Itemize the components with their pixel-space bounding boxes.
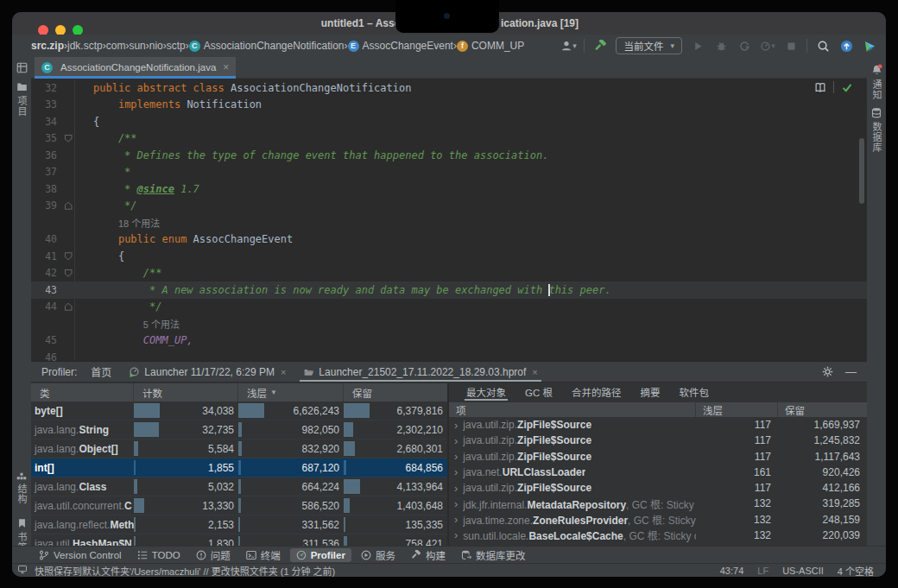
- expand-chevron-icon[interactable]: ›: [454, 528, 458, 541]
- file-encoding[interactable]: US-ASCII: [782, 566, 824, 576]
- breadcrumb-item-AssocChangeEvent[interactable]: EAssocChangeEvent: [348, 40, 453, 52]
- breadcrumb-item-AssociationChangeNotification[interactable]: CAssociationChangeNotification: [189, 40, 345, 52]
- biggest-object-row[interactable]: ›sun.util.locale.BaseLocale$Cache, GC 根:…: [449, 528, 867, 543]
- tool-window-button-TODO[interactable]: TODO: [131, 548, 187, 562]
- code-inlay-line[interactable]: 5 个用法: [31, 315, 867, 332]
- breadcrumb-item-src.zip[interactable]: src.zip: [31, 40, 64, 52]
- tool-window-button-终端[interactable]: 终端: [240, 548, 287, 562]
- expand-chevron-icon[interactable]: ›: [454, 513, 458, 526]
- tool-window-button-服务[interactable]: 服务: [355, 548, 402, 562]
- column-header-shallow[interactable]: 浅层▼: [238, 383, 344, 401]
- tool-window-button-数据库更改[interactable]: 数据库更改: [455, 548, 532, 562]
- tool-window-button-问题[interactable]: 问题: [190, 548, 237, 562]
- tool-window-button-Version Control[interactable]: Version Control: [33, 548, 128, 562]
- expand-chevron-icon[interactable]: ›: [454, 434, 458, 447]
- code-line-38[interactable]: 38 * @since 1.7: [31, 180, 867, 198]
- code-line-43[interactable]: 43 * A new association is now ready and …: [31, 281, 867, 299]
- detail-tab-软件包[interactable]: 软件包: [670, 383, 718, 401]
- profiler-tab-item[interactable]: Launcher 11/17/22, 6:29 PM×: [120, 362, 294, 382]
- detail-tab-合并的路径[interactable]: 合并的路径: [563, 383, 630, 401]
- search-everywhere-icon[interactable]: [815, 38, 831, 54]
- class-row-java.lang.String[interactable]: java.lang.String32,735982,0502,302,210: [31, 420, 447, 439]
- indent-setting[interactable]: 4 个空格: [838, 564, 874, 577]
- sidebar-item-database[interactable]: 数据库: [867, 107, 886, 153]
- sidebar-item-notifications[interactable]: 通知: [867, 64, 886, 100]
- breadcrumb-item-COMM_UP[interactable]: fCOMM_UP: [457, 40, 524, 52]
- run-configuration-select[interactable]: 当前文件▾: [616, 37, 682, 54]
- code-line-39[interactable]: 39 */: [31, 198, 867, 215]
- detail-tab-GC 根[interactable]: GC 根: [516, 383, 561, 401]
- column-header-class[interactable]: 类: [31, 383, 134, 401]
- code-line-46[interactable]: 46: [31, 349, 867, 361]
- code-line-33[interactable]: 33 implements Notification: [31, 97, 867, 114]
- column-header-count[interactable]: 计数: [134, 383, 238, 401]
- biggest-object-row[interactable]: ›java.time.zone.ZoneRulesProvider, GC 根:…: [449, 512, 867, 528]
- expand-chevron-icon[interactable]: ›: [454, 465, 458, 478]
- tool-window-button-Profiler[interactable]: Profiler: [290, 548, 351, 562]
- fold-marker-icon[interactable]: [65, 202, 73, 210]
- user-profile-button[interactable]: ▾: [560, 38, 576, 54]
- code-line-37[interactable]: 37 *: [31, 164, 867, 181]
- class-row-java.lang.reflect.Meth[interactable]: java.lang.reflect.Meth2,153331,562135,33…: [31, 515, 447, 534]
- code-line-34[interactable]: 34{: [31, 113, 867, 130]
- code-line-36[interactable]: 36 * Defines the type of change event th…: [31, 147, 867, 164]
- code-line-44[interactable]: 44 */: [31, 299, 867, 316]
- expand-chevron-icon[interactable]: ›: [454, 482, 458, 495]
- stop-icon[interactable]: [783, 38, 799, 54]
- editor-tab-active[interactable]: C AssociationChangeNotification.java ×: [35, 57, 236, 78]
- code-line-32[interactable]: 32public abstract class AssociationChang…: [31, 79, 867, 97]
- biggest-object-row[interactable]: ›java.util.zip.ZipFile$Source1171,669,93…: [449, 417, 867, 433]
- code-line-35[interactable]: 35 /**: [31, 130, 867, 148]
- reader-mode-icon[interactable]: [814, 82, 826, 93]
- fold-marker-icon[interactable]: [65, 269, 73, 277]
- close-tab-icon[interactable]: ×: [223, 61, 229, 73]
- usages-inlay-hint[interactable]: 18 个用法: [118, 218, 160, 229]
- breadcrumb-item-nio[interactable]: nio: [149, 40, 163, 52]
- tool-window-button-构建[interactable]: 构建: [405, 548, 452, 562]
- code-line-40[interactable]: 40 public enum AssocChangeEvent: [31, 231, 867, 249]
- window-layout-icon[interactable]: [12, 62, 31, 73]
- detail-tab-摘要[interactable]: 摘要: [631, 383, 668, 401]
- breadcrumb-item-sun[interactable]: sun: [129, 40, 145, 52]
- class-row-java.lang.Class[interactable]: java.lang.Class5,032664,2244,133,964: [31, 477, 447, 496]
- close-tab-icon[interactable]: ×: [532, 367, 537, 377]
- code-line-45[interactable]: 45 COMM_UP,: [31, 332, 867, 350]
- expand-chevron-icon[interactable]: ›: [454, 450, 458, 463]
- column-header-item[interactable]: 项: [449, 402, 696, 417]
- column-header-retained[interactable]: 保留: [344, 383, 447, 401]
- biggest-object-row[interactable]: ›java.util.zip.ZipFile$Source117412,166: [449, 480, 867, 496]
- class-row-int[][interactable]: int[]1,855687,120684,856: [31, 458, 447, 477]
- close-tab-icon[interactable]: ×: [281, 367, 286, 377]
- profiler-tab-active[interactable]: Launcher_21502_17.11.2022_18.29.03.hprof…: [294, 362, 546, 382]
- editor-scrollbar[interactable]: [859, 138, 864, 204]
- hide-panel-icon[interactable]: —: [845, 368, 857, 376]
- gear-icon[interactable]: [822, 366, 833, 377]
- fold-marker-icon[interactable]: [65, 135, 73, 142]
- class-row-java.util.HashMap$N[interactable]: java.util.HashMap$N1,830311,536758,421: [31, 534, 447, 547]
- status-message[interactable]: 快照保存到默认文件夹'/Users/maczhuli' // 更改快照文件夹 (…: [35, 564, 335, 577]
- sidebar-item-structure[interactable]: 结构: [12, 470, 31, 504]
- line-separator[interactable]: LF: [757, 566, 768, 576]
- plugin-kite-icon[interactable]: [862, 38, 877, 54]
- class-row-byte[][interactable]: byte[]34,0386,626,2436,379,816: [31, 401, 447, 420]
- fold-marker-icon[interactable]: [65, 303, 73, 311]
- biggest-object-row[interactable]: ›jdk.jfr.internal.MetadataRepository, GC…: [449, 496, 867, 511]
- inspections-ok-icon[interactable]: [841, 82, 853, 93]
- biggest-object-row[interactable]: ›java.net.URLClassLoader161920,426: [449, 465, 867, 480]
- run-icon[interactable]: [690, 38, 705, 54]
- update-available-icon[interactable]: [838, 38, 854, 54]
- sidebar-item-project[interactable]: 项目: [12, 81, 31, 117]
- column-header-retained[interactable]: 保留: [778, 402, 867, 417]
- build-hammer-icon[interactable]: [592, 38, 608, 54]
- detail-tab-最大对象[interactable]: 最大对象: [458, 383, 515, 401]
- breadcrumb-item-com[interactable]: com: [106, 40, 126, 52]
- expand-chevron-icon[interactable]: ›: [454, 497, 458, 510]
- column-header-shallow[interactable]: 浅层: [696, 402, 778, 417]
- biggest-object-row[interactable]: ›java.util.zip.ZipFile$Source1171,117,64…: [449, 449, 867, 465]
- caret-position[interactable]: 43:74: [720, 566, 744, 576]
- code-inlay-line[interactable]: 18 个用法: [31, 214, 867, 231]
- class-row-java.util.concurrent.C[interactable]: java.util.concurrent.C13,330586,5201,403…: [31, 496, 447, 515]
- profile-run-icon[interactable]: ▾: [760, 38, 775, 54]
- biggest-object-row[interactable]: ›java.util.zip.ZipFile$Source1171,245,83…: [449, 433, 867, 448]
- code-line-42[interactable]: 42 /**: [31, 265, 867, 282]
